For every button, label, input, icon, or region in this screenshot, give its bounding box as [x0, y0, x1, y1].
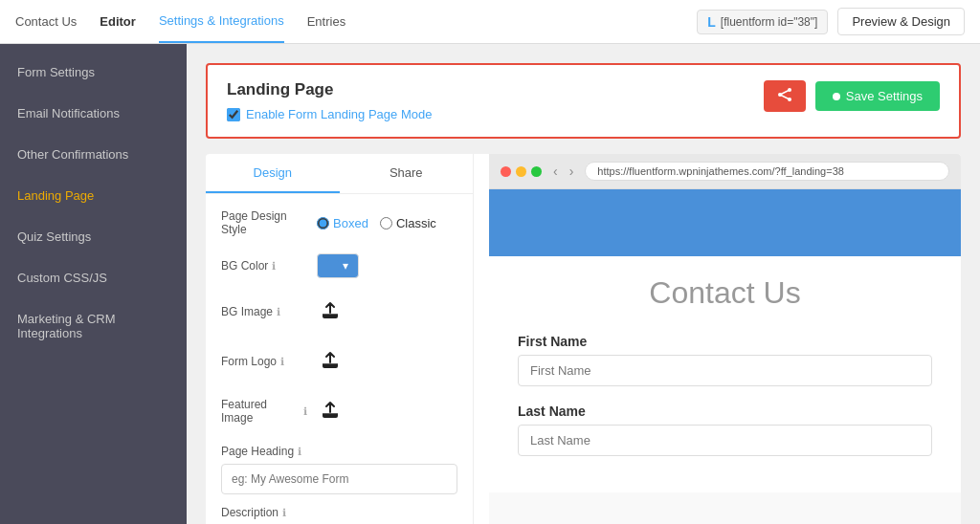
fluent-icon: L [707, 14, 716, 30]
content-area: Design Share Page Design Style Boxed [206, 154, 961, 524]
design-style-radio-group: Boxed Classic [317, 216, 436, 230]
bg-image-label: BG Image ℹ [221, 305, 307, 318]
bg-color-label: BG Color ℹ [221, 259, 307, 273]
landing-header-box: Landing Page Enable Form Landing Page Mo… [206, 63, 961, 139]
form-logo-upload-icon[interactable] [317, 345, 344, 378]
page-design-style-row: Page Design Style Boxed Classic [221, 209, 457, 236]
page-heading-label-text: Page Heading ℹ [221, 445, 457, 458]
preview-hero-banner [489, 189, 961, 256]
bg-color-button[interactable]: ▾ [317, 253, 359, 278]
nav-links: Contact Us Editor Settings & Integration… [15, 0, 697, 43]
sidebar-item-marketing-crm[interactable]: Marketing & CRM Integrations [0, 298, 187, 354]
bg-image-info-icon: ℹ [277, 306, 280, 318]
featured-image-info-icon: ℹ [303, 405, 307, 418]
nav-entries[interactable]: Entries [307, 1, 345, 42]
form-logo-label: Form Logo ℹ [221, 355, 307, 368]
bg-color-swatch [327, 260, 339, 272]
browser-navigation: ‹ › [549, 164, 577, 179]
tab-design[interactable]: Design [206, 154, 340, 193]
preview-last-name-label: Last Name [518, 404, 932, 419]
preview-design-button[interactable]: Preview & Design [837, 8, 965, 35]
featured-image-label: Featured Image ℹ [221, 398, 307, 425]
main-layout: Form Settings Email Notifications Other … [0, 44, 980, 524]
page-design-style-label: Page Design Style [221, 209, 307, 236]
enable-landing-page-label[interactable]: Enable Form Landing Page Mode [246, 107, 432, 121]
preview-panel: ‹ › https://fluentform.wpninjathemes.com… [489, 154, 961, 524]
nav-settings-integrations[interactable]: Settings & Integrations [159, 0, 284, 43]
save-dot [833, 93, 840, 100]
preview-first-name-input [518, 355, 932, 386]
share-button[interactable] [764, 80, 806, 112]
sidebar-item-other-confirmations[interactable]: Other Confirmations [0, 134, 187, 175]
preview-form-title: Contact Us [518, 275, 932, 311]
featured-image-upload-icon[interactable] [317, 395, 344, 427]
browser-url-bar[interactable]: https://fluentform.wpninjathemes.com/?ff… [585, 162, 949, 181]
preview-last-name-field: Last Name [518, 404, 932, 456]
design-tabs: Design Share [206, 154, 473, 194]
sidebar-item-email-notifications[interactable]: Email Notifications [0, 93, 187, 134]
enable-landing-page-checkbox[interactable] [227, 108, 240, 121]
bg-image-row: BG Image ℹ [221, 295, 457, 328]
design-panel: Design Share Page Design Style Boxed [206, 154, 474, 524]
landing-header-left: Landing Page Enable Form Landing Page Mo… [227, 80, 432, 121]
save-settings-label: Save Settings [846, 89, 923, 103]
radio-boxed-input[interactable] [317, 217, 329, 229]
panel-body: Page Design Style Boxed Classic [206, 194, 473, 524]
preview-first-name-field: First Name [518, 334, 932, 386]
save-settings-button[interactable]: Save Settings [815, 81, 940, 111]
bg-color-info-icon: ℹ [272, 260, 276, 273]
bg-image-upload-icon[interactable] [317, 295, 344, 328]
preview-content: Contact Us First Name Last Name [489, 189, 961, 524]
landing-page-title: Landing Page [227, 80, 432, 99]
nav-editor[interactable]: Editor [100, 1, 136, 42]
page-heading-section: Page Heading ℹ [221, 445, 457, 494]
browser-dot-red [501, 166, 511, 177]
description-info-icon: ℹ [282, 507, 286, 519]
browser-bar: ‹ › https://fluentform.wpninjathemes.com… [489, 154, 961, 189]
landing-checkbox-row: Enable Form Landing Page Mode [227, 107, 432, 121]
main-content: Landing Page Enable Form Landing Page Mo… [187, 44, 980, 524]
radio-classic-input[interactable] [380, 217, 392, 229]
sidebar-item-quiz-settings[interactable]: Quiz Settings [0, 216, 187, 257]
browser-dots [501, 166, 542, 177]
shortcode-text: [fluentform id="38"] [721, 15, 818, 29]
preview-first-name-label: First Name [518, 334, 932, 349]
shortcode-badge[interactable]: L [fluentform id="38"] [697, 10, 828, 34]
browser-dot-yellow [516, 166, 526, 177]
preview-last-name-input [518, 425, 932, 456]
sidebar-item-landing-page[interactable]: Landing Page [0, 175, 187, 216]
radio-boxed[interactable]: Boxed [317, 216, 368, 230]
nav-right: L [fluentform id="38"] Preview & Design [697, 8, 965, 35]
landing-header-right: Save Settings [764, 80, 940, 112]
browser-forward-button[interactable]: › [566, 164, 578, 179]
radio-classic[interactable]: Classic [380, 216, 436, 230]
svg-line-4 [780, 95, 790, 99]
top-navigation: Contact Us Editor Settings & Integration… [0, 0, 980, 44]
featured-image-row: Featured Image ℹ [221, 395, 457, 427]
page-heading-info-icon: ℹ [298, 446, 301, 458]
share-icon [777, 88, 792, 101]
bg-color-row: BG Color ℹ ▾ [221, 253, 457, 278]
preview-form-body: Contact Us First Name Last Name [489, 256, 961, 492]
page-heading-input[interactable] [221, 464, 457, 494]
svg-line-3 [780, 90, 790, 95]
browser-back-button[interactable]: ‹ [549, 164, 562, 179]
sidebar-item-custom-css-js[interactable]: Custom CSS/JS [0, 257, 187, 298]
sidebar-item-form-settings[interactable]: Form Settings [0, 52, 187, 93]
sidebar: Form Settings Email Notifications Other … [0, 44, 187, 524]
form-logo-info-icon: ℹ [280, 356, 284, 368]
chevron-down-icon: ▾ [343, 259, 348, 273]
nav-contact-us[interactable]: Contact Us [15, 1, 77, 42]
description-label-text: Description ℹ [221, 506, 457, 519]
description-section: Description ℹ + Add media Visual Text [221, 506, 457, 524]
tab-share[interactable]: Share [340, 154, 474, 193]
form-logo-row: Form Logo ℹ [221, 345, 457, 378]
browser-dot-green [531, 166, 542, 177]
